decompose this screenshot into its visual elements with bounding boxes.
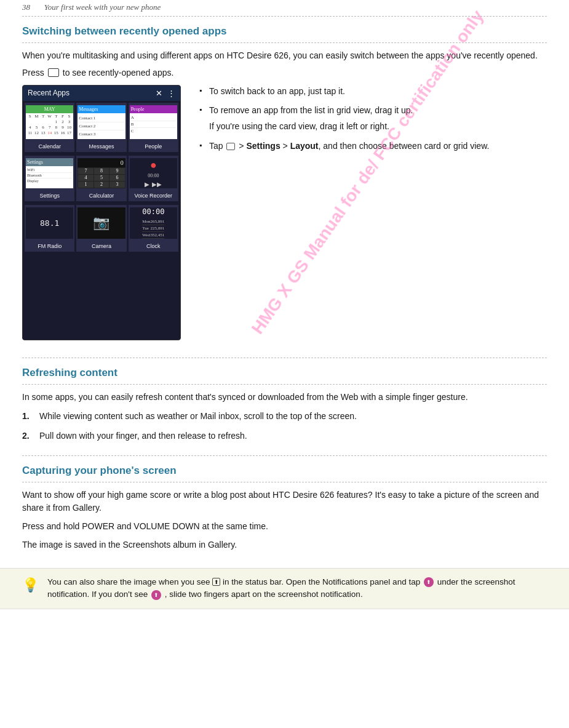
- refresh-step-1: 1. While viewing content such as weather…: [22, 410, 547, 423]
- msg-item: Contact 3: [79, 130, 124, 138]
- app-cell-people: People A B C People: [129, 103, 178, 152]
- people-item: C: [131, 128, 176, 134]
- app-label-messages: Messages: [89, 143, 114, 150]
- section-title-switching: Switching between recently opened apps: [22, 25, 547, 38]
- share-icon-colored: ⬆: [424, 577, 434, 587]
- recent-apps-bar-label: Recent Apps: [28, 89, 70, 97]
- phone-top-bar: Recent Apps ✕ ⋮: [23, 86, 180, 101]
- app-cell-camera: 📷 Camera: [76, 205, 126, 252]
- phone-screenshot: Recent Apps ✕ ⋮ MAY SMTWTFS: [22, 85, 181, 340]
- capturing-step1: Press and hold POWER and VOLUME DOWN at …: [22, 520, 547, 534]
- clock-screen: 00:00 Mon265,891 Tue225,891: [130, 207, 177, 239]
- app-label-clock: Clock: [146, 243, 161, 249]
- cal-header: MAY: [26, 105, 73, 113]
- settings-screen: Settings WiFi Bluetooth Display: [26, 158, 73, 188]
- close-icon: ✕: [156, 89, 162, 98]
- settings-item: Bluetooth: [27, 173, 72, 178]
- capturing-body: Want to show off your high game score or…: [22, 489, 547, 552]
- recent-apps-icon: [48, 68, 59, 77]
- note-text-end: , slide two fingers apart on the screens…: [165, 590, 363, 599]
- rec-dot: ●: [150, 159, 157, 172]
- cal-body: SMTWTFS 123 45678910 11121314151617: [26, 113, 73, 136]
- people-item: A: [131, 114, 176, 121]
- section-switching-apps: Switching between recently opened apps W…: [0, 17, 569, 358]
- calc-key: 6: [109, 175, 124, 181]
- camera-mini: 📷: [78, 207, 125, 239]
- app-label-settings: Settings: [39, 193, 60, 199]
- share-icon-colored-2: ⬆: [151, 590, 161, 600]
- press-label: Press: [22, 68, 44, 78]
- page-title: Your first week with your new phone: [44, 2, 161, 12]
- app-label-calculator: Calculator: [89, 193, 114, 199]
- calculator-screen: 0 7 8 9 4 5 6 1 2 3: [78, 158, 125, 188]
- apps-row-2: Settings WiFi Bluetooth Display Settings: [23, 154, 180, 203]
- messages-screen: Messages Contact 1 Contact 2 Contact 3: [78, 105, 125, 139]
- msg-header: Messages: [78, 105, 125, 113]
- section-underline-3: [22, 482, 547, 482]
- clock-time-display: 00:00: [142, 207, 164, 216]
- data-row: Wed352,451: [142, 232, 164, 239]
- capturing-step2: The image is saved in the Screenshots al…: [22, 538, 547, 552]
- calc-key: 1: [78, 182, 93, 188]
- bullet-tap-settings: Tap > Settings > Layout, and then choose…: [198, 140, 489, 153]
- rec-controls: ▶ ▶▶: [145, 181, 162, 188]
- section-title-capturing: Capturing your phone's screen: [22, 465, 547, 477]
- data-row: Tue225,891: [142, 225, 164, 232]
- app-cell-calculator: 0 7 8 9 4 5 6 1 2 3: [76, 156, 126, 201]
- calc-key: 2: [94, 182, 109, 188]
- calc-key: 8: [94, 168, 109, 174]
- app-cell-calendar: MAY SMTWTFS 123 45678910 11121314151617 …: [25, 103, 74, 152]
- app-cell-fm-radio: 88.1 FM Radio: [25, 205, 74, 252]
- calendar-screen: MAY SMTWTFS 123 45678910 11121314151617: [26, 105, 73, 139]
- msg-list: Contact 1 Contact 2 Contact 3: [78, 113, 125, 139]
- switching-intro: When you're multitasking and using diffe…: [22, 49, 547, 63]
- note-text-before: You can also share the image when you se…: [47, 577, 212, 586]
- section-title-refreshing: Refreshing content: [22, 367, 547, 379]
- settings-list: WiFi Bluetooth Display: [26, 166, 73, 185]
- calc-keys: 7 8 9 4 5 6 1 2 3: [78, 167, 125, 188]
- calc-key: 5: [94, 175, 109, 181]
- refreshing-body: In some apps, you can easily refresh con…: [22, 391, 547, 443]
- bullet-switch-back: To switch back to an app, just tap it.: [198, 85, 489, 98]
- camera-icon: 📷: [93, 215, 109, 231]
- menu-icon: ⋮: [167, 89, 175, 98]
- camera-screen: 📷: [78, 207, 125, 239]
- app-cell-settings: Settings WiFi Bluetooth Display Settings: [25, 156, 74, 201]
- msg-item: Contact 1: [79, 114, 124, 122]
- calendar-mini: MAY SMTWTFS 123 45678910 11121314151617: [26, 105, 73, 139]
- messages-mini: Messages Contact 1 Contact 2 Contact 3: [78, 105, 125, 139]
- page-number: 38: [22, 2, 30, 12]
- rec-play: ▶: [145, 181, 149, 188]
- section-capturing: Capturing your phone's screen Want to sh…: [0, 456, 569, 563]
- section-refreshing: Refreshing content In some apps, you can…: [0, 358, 569, 455]
- press-line: Press to see recently-opened apps.: [22, 68, 547, 78]
- note-text: You can also share the image when you se…: [47, 576, 547, 602]
- people-list: A B C: [130, 113, 177, 135]
- phone-top-bar-icons: ✕ ⋮: [156, 89, 175, 98]
- refresh-steps: 1. While viewing content such as weather…: [22, 410, 547, 442]
- settings-item: WiFi: [27, 167, 72, 173]
- press-suffix: to see recently-opened apps.: [63, 68, 174, 78]
- capturing-intro: Want to show off your high game score or…: [22, 489, 547, 515]
- apps-row-1: MAY SMTWTFS 123 45678910 11121314151617 …: [23, 101, 180, 154]
- people-item: B: [131, 121, 176, 128]
- calc-key: 3: [109, 182, 124, 188]
- note-box: 💡 You can also share the image when you …: [0, 568, 569, 610]
- menu-icon-inline: [226, 143, 235, 150]
- app-label-fm-radio: FM Radio: [38, 243, 62, 249]
- bullet-remove-app: To remove an app from the list in grid v…: [198, 104, 489, 133]
- voice-recorder-screen: ● 00:00 ▶ ▶▶: [130, 158, 177, 188]
- switching-bullets: To switch back to an app, just tap it. T…: [198, 85, 489, 159]
- calc-key: 7: [78, 168, 93, 174]
- app-label-voice-recorder: Voice Recorder: [135, 193, 173, 199]
- note-text-middle: in the status bar. Open the Notification…: [223, 577, 420, 586]
- calc-key: 4: [78, 175, 93, 181]
- rec-time: 00:00: [148, 173, 159, 178]
- ppl-header: People: [130, 105, 177, 113]
- fm-radio-mini: 88.1: [26, 207, 73, 239]
- calc-display: 0: [78, 158, 125, 167]
- settings-item: Display: [27, 178, 72, 183]
- app-label-camera: Camera: [92, 243, 111, 249]
- app-label-calendar: Calendar: [38, 143, 61, 150]
- fm-radio-screen: 88.1: [26, 207, 73, 239]
